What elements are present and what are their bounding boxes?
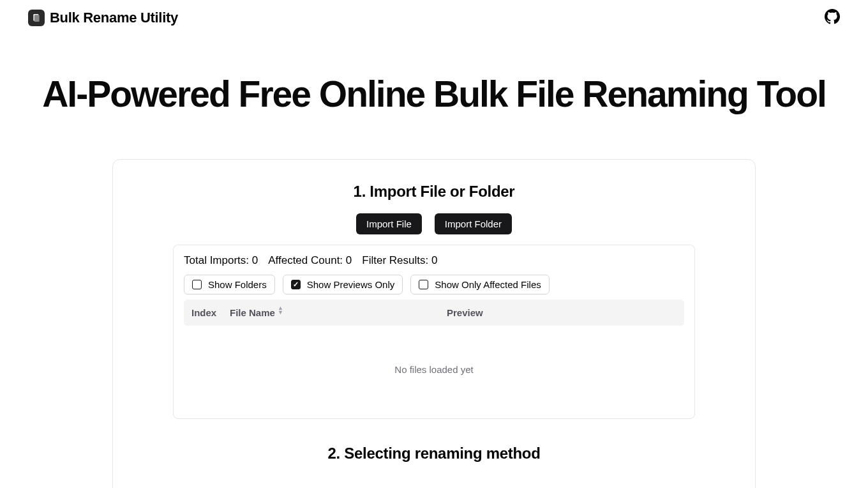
import-folder-button[interactable]: Import Folder	[435, 213, 512, 234]
github-icon	[825, 9, 840, 24]
checkbox-icon	[192, 280, 202, 289]
app-logo-icon	[28, 10, 45, 26]
app-title: Bulk Rename Utility	[50, 10, 178, 26]
toggle-label: Show Previews Only	[307, 279, 395, 290]
toggle-row: Show Folders Show Previews Only Show Onl…	[179, 275, 689, 294]
table-header: Index File Name ▲ ▼ Preview	[184, 300, 684, 326]
section1-title: 1. Import File or Folder	[136, 183, 732, 201]
main-card: 1. Import File or Folder Import File Imp…	[112, 159, 756, 488]
hero-title: AI-Powered Free Online Bulk File Renamin…	[26, 74, 842, 114]
checkbox-icon	[291, 280, 301, 289]
th-filename[interactable]: File Name ▲ ▼	[230, 307, 447, 318]
toggle-label: Show Folders	[208, 279, 267, 290]
section-spacer	[136, 419, 732, 445]
toggle-show-folders[interactable]: Show Folders	[184, 275, 275, 294]
app-header: Bulk Rename Utility	[0, 0, 868, 36]
th-filename-label: File Name	[230, 307, 275, 318]
checkbox-icon	[419, 280, 428, 289]
stat-total-imports: Total Imports: 0	[184, 254, 258, 267]
stat-affected-count: Affected Count: 0	[268, 254, 352, 267]
th-preview[interactable]: Preview	[447, 307, 677, 318]
section2-title: 2. Selecting renaming method	[136, 445, 732, 462]
toggle-label: Show Only Affected Files	[435, 279, 541, 290]
import-button-row: Import File Import Folder	[136, 213, 732, 234]
svg-rect-1	[34, 15, 40, 22]
table-empty-state: No files loaded yet	[184, 326, 684, 413]
file-table: Index File Name ▲ ▼ Preview No files loa…	[184, 300, 684, 413]
stat-filter-results: Filter Results: 0	[362, 254, 437, 267]
header-left: Bulk Rename Utility	[28, 10, 178, 26]
github-link[interactable]	[825, 9, 840, 27]
file-list-card: Total Imports: 0 Affected Count: 0 Filte…	[173, 245, 695, 419]
stats-row: Total Imports: 0 Affected Count: 0 Filte…	[179, 254, 689, 267]
hero-section: AI-Powered Free Online Bulk File Renamin…	[0, 36, 868, 159]
toggle-show-only-affected[interactable]: Show Only Affected Files	[410, 275, 549, 294]
sort-icon: ▲ ▼	[278, 308, 283, 317]
import-file-button[interactable]: Import File	[356, 213, 422, 234]
th-index[interactable]: Index	[191, 307, 230, 318]
toggle-show-previews-only[interactable]: Show Previews Only	[283, 275, 403, 294]
